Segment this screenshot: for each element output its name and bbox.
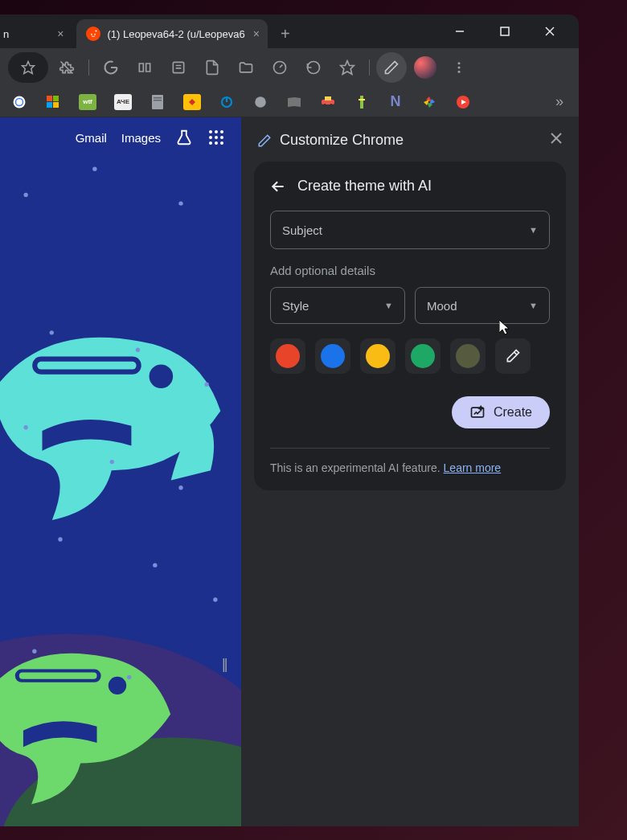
chevron-down-icon: ▼ — [529, 301, 538, 310]
bookmark-power[interactable] — [219, 94, 235, 110]
svg-rect-19 — [47, 96, 52, 101]
tab-1[interactable]: n × — [0, 19, 72, 48]
toolbar — [0, 48, 579, 87]
svg-point-58 — [213, 597, 217, 601]
bookmark-wtf[interactable]: wtf — [79, 94, 96, 110]
close-icon[interactable]: × — [57, 27, 64, 40]
close-button[interactable] — [534, 18, 566, 44]
color-swatch-olive[interactable] — [450, 338, 486, 374]
history-icon[interactable] — [298, 52, 329, 83]
svg-rect-22 — [53, 102, 59, 108]
svg-rect-34 — [360, 96, 363, 109]
create-button[interactable]: Create — [452, 396, 550, 428]
gmail-link[interactable]: Gmail — [76, 131, 107, 145]
svg-point-64 — [220, 130, 223, 133]
reddit-icon — [86, 27, 100, 41]
svg-point-3 — [96, 30, 97, 31]
performance-icon[interactable] — [264, 52, 295, 83]
color-swatch-blue[interactable] — [315, 338, 350, 374]
svg-rect-35 — [359, 99, 365, 100]
side-panel: Customize Chrome Create theme with AI Su… — [241, 117, 579, 826]
optional-row: Style ▼ Mood ▼ — [270, 287, 550, 324]
bookmark-n[interactable]: N — [387, 94, 404, 110]
bookmarks-bar: wtf АЧЕ N » — [0, 87, 579, 117]
bookmark-aye[interactable]: АЧЕ — [114, 94, 132, 110]
tab-2-active[interactable]: (1) Leopeva64-2 (u/Leopeva6 × — [76, 19, 267, 48]
subject-dropdown[interactable]: Subject ▼ — [270, 211, 550, 249]
folder-icon[interactable] — [231, 52, 261, 83]
bookmark-star-icon[interactable] — [8, 52, 48, 83]
theme-artwork — [0, 117, 241, 826]
divider — [369, 59, 370, 76]
pen-icon — [257, 133, 272, 148]
content-area: Gmail Images || Customize Chrome Create … — [0, 117, 579, 826]
svg-point-16 — [458, 67, 461, 69]
images-link[interactable]: Images — [121, 131, 161, 145]
mood-dropdown[interactable]: Mood ▼ — [415, 287, 550, 324]
dropdown-label: Subject — [282, 223, 322, 237]
close-icon[interactable] — [550, 132, 563, 149]
menu-icon[interactable] — [444, 52, 474, 83]
svg-rect-21 — [47, 102, 52, 108]
tab-strip: n × (1) Leopeva64-2 (u/Leopeva6 × + — [0, 19, 298, 48]
svg-point-41 — [150, 364, 174, 388]
svg-point-54 — [110, 460, 114, 464]
profile-avatar[interactable] — [410, 52, 441, 83]
bookmark-yellow[interactable] — [183, 94, 201, 110]
labs-icon[interactable] — [175, 129, 193, 146]
google-search-icon[interactable] — [96, 52, 126, 83]
svg-point-63 — [215, 130, 218, 133]
bookmark-car[interactable] — [320, 94, 336, 110]
minimize-button[interactable] — [444, 18, 476, 44]
chevron-down-icon: ▼ — [529, 225, 538, 235]
color-picker-button[interactable] — [495, 338, 531, 374]
customize-pen-icon[interactable] — [376, 52, 407, 83]
svg-point-50 — [50, 330, 54, 334]
svg-rect-20 — [53, 96, 59, 101]
bookmark-youtube[interactable] — [455, 94, 471, 110]
customize-card: Create theme with AI Subject ▼ Add optio… — [254, 162, 566, 490]
reader-icon[interactable] — [129, 52, 160, 83]
svg-point-59 — [32, 649, 36, 654]
maximize-button[interactable] — [489, 18, 521, 44]
resize-handle[interactable]: || — [222, 656, 226, 673]
learn-more-link[interactable]: Learn more — [444, 461, 502, 474]
disclaimer-text: This is an experimental AI feature. — [270, 461, 444, 474]
back-arrow-icon[interactable] — [270, 178, 286, 195]
tab-title: (1) Leopeva64-2 (u/Leopeva6 — [107, 28, 244, 40]
svg-point-49 — [178, 201, 182, 205]
bookmark-google[interactable] — [11, 94, 27, 110]
svg-point-48 — [92, 167, 96, 171]
svg-rect-33 — [325, 96, 331, 100]
bookmark-globe[interactable] — [252, 94, 268, 110]
document-icon[interactable] — [197, 52, 227, 83]
bookmark-book[interactable] — [286, 94, 302, 110]
color-swatch-green[interactable] — [405, 338, 441, 374]
bookmarks-overflow-icon[interactable]: » — [551, 94, 568, 110]
bookmark-photos[interactable] — [421, 94, 437, 110]
svg-point-56 — [58, 537, 62, 541]
bookmark-microsoft[interactable] — [45, 94, 61, 110]
svg-point-55 — [178, 486, 182, 490]
svg-point-65 — [209, 136, 212, 139]
bookmarks-icon[interactable] — [332, 52, 363, 83]
divider — [270, 448, 550, 449]
svg-point-57 — [153, 563, 157, 567]
new-tab-button[interactable]: + — [273, 25, 298, 43]
color-swatch-red[interactable] — [270, 338, 305, 374]
close-icon[interactable]: × — [253, 27, 260, 40]
svg-point-66 — [215, 136, 218, 139]
svg-point-67 — [220, 136, 223, 139]
color-swatch-yellow[interactable] — [360, 338, 395, 374]
extensions-icon[interactable] — [51, 52, 82, 83]
back-row: Create theme with AI — [270, 178, 550, 195]
apps-grid-icon[interactable] — [207, 129, 225, 146]
window-controls — [444, 18, 572, 44]
style-dropdown[interactable]: Style ▼ — [270, 287, 405, 324]
reading-list-icon[interactable] — [163, 52, 194, 83]
eyedropper-icon — [505, 348, 521, 364]
svg-point-53 — [23, 425, 27, 429]
svg-point-70 — [220, 141, 223, 145]
bookmark-tower[interactable] — [354, 94, 370, 110]
bookmark-doc[interactable] — [150, 94, 166, 110]
